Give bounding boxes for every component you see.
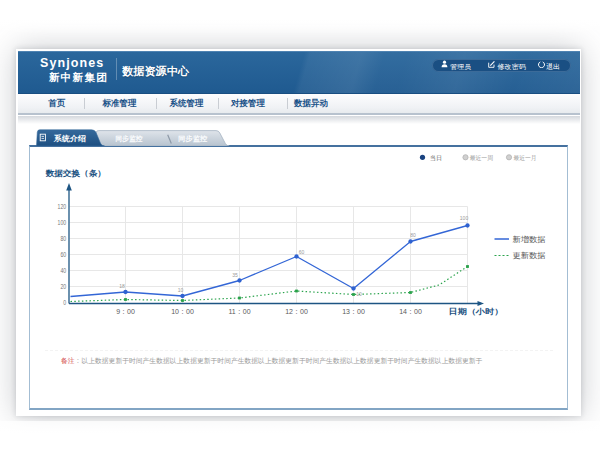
svg-text:日期（小时）: 日期（小时） bbox=[448, 307, 503, 316]
svg-text:当日: 当日 bbox=[430, 155, 442, 162]
svg-text:10：00: 10：00 bbox=[171, 308, 194, 315]
svg-text:同步监控: 同步监控 bbox=[116, 135, 143, 143]
svg-text:60: 60 bbox=[298, 249, 304, 255]
svg-text:120: 120 bbox=[57, 203, 66, 210]
svg-text:更新数据: 更新数据 bbox=[512, 251, 545, 260]
svg-text:100: 100 bbox=[57, 219, 66, 226]
svg-text:11：00: 11：00 bbox=[228, 308, 250, 315]
svg-text:新增数据: 新增数据 bbox=[512, 235, 545, 244]
svg-text:数据交换（条）: 数据交换（条） bbox=[44, 169, 105, 178]
svg-text:20: 20 bbox=[60, 283, 66, 290]
svg-text:最近一月: 最近一月 bbox=[513, 155, 536, 162]
svg-text:100: 100 bbox=[459, 215, 468, 221]
svg-text:14：00: 14：00 bbox=[399, 308, 422, 315]
svg-text:系统介绍: 系统介绍 bbox=[53, 134, 86, 143]
svg-text:18: 18 bbox=[119, 283, 125, 289]
svg-text:9：00: 9：00 bbox=[116, 308, 135, 315]
svg-text:35: 35 bbox=[232, 272, 238, 278]
svg-text:最近一周: 最近一周 bbox=[469, 155, 492, 161]
svg-text:0: 0 bbox=[63, 299, 66, 306]
svg-text:60: 60 bbox=[60, 251, 66, 258]
svg-text:10: 10 bbox=[177, 287, 183, 293]
svg-text:10: 10 bbox=[356, 291, 362, 297]
svg-text:13：00: 13：00 bbox=[342, 308, 365, 315]
svg-text:40: 40 bbox=[60, 267, 66, 274]
svg-text:80: 80 bbox=[60, 235, 66, 242]
svg-text:12：00: 12：00 bbox=[285, 308, 308, 315]
svg-text:80: 80 bbox=[410, 232, 416, 238]
svg-text:同步监控: 同步监控 bbox=[178, 135, 207, 143]
